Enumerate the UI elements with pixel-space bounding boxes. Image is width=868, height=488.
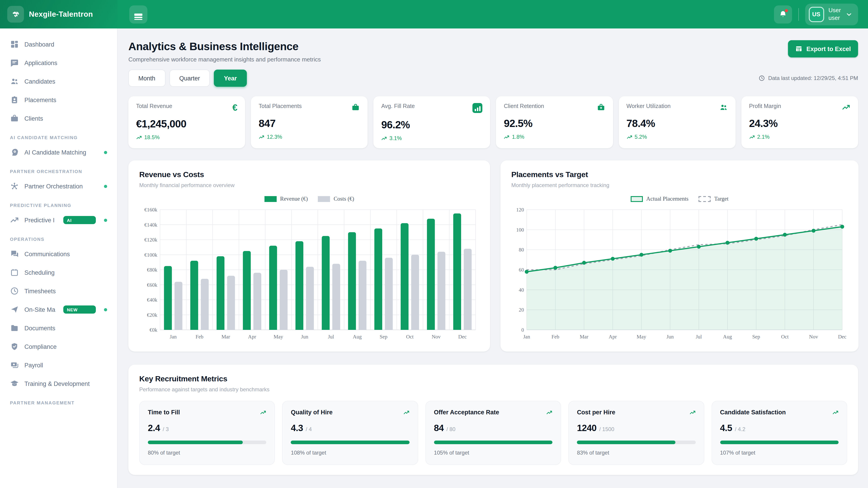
- chart-legend: Actual Placements Target: [511, 196, 848, 202]
- chart-legend: Revenue (€) Costs (€): [139, 196, 479, 202]
- sidebar-item-candidates[interactable]: Candidates: [5, 72, 112, 90]
- metric-target: / 80: [446, 426, 456, 432]
- svg-text:Aug: Aug: [723, 334, 732, 339]
- kpi-total-revenue: Total Revenue € €1,245,000 18.5%: [128, 96, 245, 148]
- legend-swatch-revenue: [264, 196, 276, 202]
- main-content: Analytics & Business Intelligence Compre…: [118, 29, 868, 488]
- progress-fill: [434, 441, 553, 444]
- trending-up-icon: [842, 103, 850, 111]
- sidebar-item-documents[interactable]: Documents: [5, 319, 112, 337]
- sidebar-item-training[interactable]: Training & Development: [5, 375, 112, 393]
- header-divider: [798, 8, 799, 21]
- svg-text:€20k: €20k: [147, 312, 158, 318]
- calendar-icon: [10, 268, 19, 277]
- metrics-subtitle: Performance against targets and industry…: [139, 386, 847, 393]
- sidebar-item-partner-orchestration[interactable]: Partner Orchestration: [5, 177, 112, 195]
- trend-up-icon: [832, 409, 839, 416]
- sidebar-item-label: Timesheets: [24, 288, 56, 294]
- handshake-icon: [7, 6, 24, 23]
- kpi-change: 1.8%: [504, 134, 605, 140]
- sidebar-section-ai-candidate-matching: AI CANDIDATE MATCHING: [10, 135, 107, 140]
- kpi-change: 18.5%: [136, 134, 237, 140]
- svg-text:€120k: €120k: [145, 237, 158, 242]
- page-title: Analytics & Business Intelligence: [128, 40, 321, 53]
- export-label: Export to Excel: [806, 45, 851, 52]
- svg-text:Jul: Jul: [328, 334, 334, 339]
- analytics-dashboard: Nexgile-Talentron US User user: [0, 0, 868, 488]
- sidebar-item-payroll[interactable]: Payroll: [5, 356, 112, 374]
- graduation-cap-icon: [10, 379, 19, 388]
- metric-target: / 4: [306, 426, 312, 432]
- svg-text:20: 20: [519, 307, 524, 313]
- sidebar-item-predictive[interactable]: Predictive I AI: [5, 211, 112, 229]
- svg-text:80: 80: [519, 247, 524, 253]
- user-menu[interactable]: US User user: [805, 3, 858, 25]
- kpi-label: Avg. Fill Rate: [381, 103, 415, 109]
- sidebar-item-clients[interactable]: Clients: [5, 109, 112, 127]
- ai-badge: AI: [63, 216, 96, 224]
- chart-title: Placements vs Target: [511, 170, 848, 180]
- svg-text:€80k: €80k: [147, 267, 158, 273]
- kpi-change: 3.1%: [381, 135, 483, 141]
- kpi-label: Worker Utilization: [626, 103, 671, 109]
- trend-up-icon: [260, 409, 267, 416]
- sidebar-item-dashboard[interactable]: Dashboard: [5, 35, 112, 53]
- metric-label: Candidate Satisfaction: [720, 409, 786, 416]
- metric-value: 2.4: [148, 423, 160, 433]
- svg-text:€40k: €40k: [147, 297, 158, 303]
- sidebar-item-scheduling[interactable]: Scheduling: [5, 263, 112, 282]
- svg-text:60: 60: [519, 267, 524, 273]
- svg-text:May: May: [274, 334, 283, 339]
- sidebar-item-onsite[interactable]: On-Site Ma NEW: [5, 300, 112, 319]
- page-subtitle: Comprehensive workforce management insig…: [128, 56, 321, 63]
- brand: Nexgile-Talentron: [0, 0, 118, 29]
- metrics-grid: Time to Fill 2.4/ 3 80% of target Qualit…: [139, 401, 847, 465]
- chart-title: Revenue vs Costs: [139, 170, 479, 180]
- trend-up-icon: [546, 409, 553, 416]
- sidebar-item-communications[interactable]: Communications: [5, 245, 112, 263]
- svg-text:Sep: Sep: [752, 334, 760, 339]
- sidebar-item-timesheets[interactable]: Timesheets: [5, 282, 112, 300]
- metric-value: 84: [434, 423, 444, 433]
- kpi-row: Total Revenue € €1,245,000 18.5% Total P…: [128, 96, 858, 148]
- metric-caption: 83% of target: [577, 450, 695, 456]
- svg-text:Apr: Apr: [248, 334, 256, 339]
- sidebar-item-label: Payroll: [24, 362, 43, 368]
- send-icon: [10, 305, 19, 314]
- people-icon: [10, 77, 19, 86]
- filter-month-button[interactable]: Month: [128, 70, 165, 87]
- euro-icon: €: [232, 103, 237, 112]
- head-gear-icon: [10, 148, 19, 157]
- filter-quarter-button[interactable]: Quarter: [169, 70, 210, 87]
- brand-name: Nexgile-Talentron: [29, 10, 93, 19]
- progress-track: [434, 441, 553, 444]
- metric-label: Quality of Hire: [291, 409, 333, 416]
- metric-label: Offer Acceptance Rate: [434, 409, 499, 416]
- trending-icon: [10, 216, 19, 225]
- bar-chart-icon: [473, 103, 483, 113]
- svg-text:Mar: Mar: [580, 334, 589, 339]
- placements-target-line-chart: 020406080100120JanFebMarAprMayJunJulAugS…: [511, 206, 848, 341]
- svg-text:Oct: Oct: [406, 334, 414, 339]
- sidebar: Dashboard Applications Candidates Placem…: [0, 29, 118, 488]
- sidebar-item-compliance[interactable]: Compliance: [5, 337, 112, 356]
- sidebar-item-placements[interactable]: Placements: [5, 91, 112, 109]
- svg-text:Jan: Jan: [170, 334, 177, 339]
- progress-track: [291, 441, 410, 444]
- avatar: US: [809, 6, 824, 22]
- menu-toggle-button[interactable]: [129, 5, 147, 23]
- progress-track: [577, 441, 695, 444]
- last-updated: Data last updated: 12/29/25, 4:51 PM: [758, 75, 858, 81]
- sidebar-item-ai-candidate-matching[interactable]: AI Candidate Matching: [5, 143, 112, 161]
- sidebar-item-applications[interactable]: Applications: [5, 54, 112, 72]
- kpi-change: 2.1%: [749, 134, 850, 140]
- revenue-costs-bar-chart: €0k€20k€40k€60k€80k€100k€120k€140k€160kJ…: [139, 206, 479, 341]
- export-to-excel-button[interactable]: Export to Excel: [788, 40, 858, 57]
- kpi-label: Profit Margin: [749, 103, 781, 109]
- notifications-button[interactable]: [774, 5, 792, 23]
- svg-text:Jan: Jan: [523, 334, 530, 339]
- svg-text:120: 120: [516, 207, 524, 213]
- filter-year-button[interactable]: Year: [214, 70, 247, 87]
- dashboard-icon: [10, 40, 19, 49]
- status-dot: [104, 308, 107, 311]
